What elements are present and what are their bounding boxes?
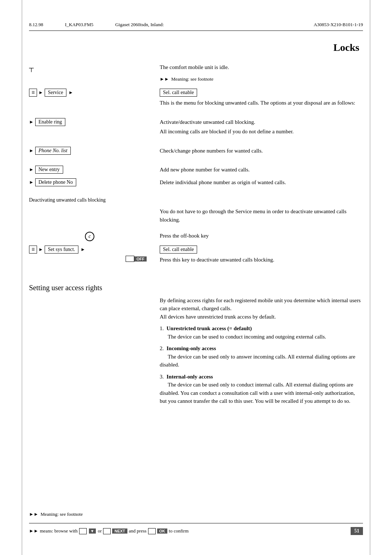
meaning-row1: ►► Meaning: see footnote [29,76,363,84]
new-entry-row: ► New entry Add new phone number for wan… [29,166,363,174]
list-item-2-title: Incoming-only access [167,345,216,351]
phone-no-list-desc: Check/change phone numbers for wanted ca… [160,148,263,154]
enable-ring-label: Enable ring [35,118,65,126]
header-code: A30853-X210-B101-1-19 [314,22,363,28]
key-box-ok-left [148,528,156,534]
off-button: OFF [134,256,147,262]
service-label: Service [45,89,66,97]
key-box-or [103,528,111,534]
c-circle-icon: c [85,232,94,241]
list-item-1: 1. Unrestricted trunk access (= default)… [160,324,363,341]
new-entry-desc: Add new phone number for wanted calls. [160,167,250,173]
arrow-right-icon1: ► [38,90,43,96]
list-item-3-desc: The device can be used only to conduct i… [160,382,355,404]
menu-icon: ☰ [29,89,37,97]
footer-press-text: and press [129,528,147,534]
key-box-browse [79,528,87,534]
press-off-hook-text: Press the off-hook key [160,232,209,240]
list-item-3-title: Internal-only access [167,374,213,380]
arrow-right-icon7: ► [38,247,43,252]
delete-phone-row: ► Delete phone No Delete individual phon… [29,178,363,187]
page-header: 8.12.98 I_KAP03.FM5 Gigaset 2060isdn, In… [29,22,363,31]
service-description: This is the menu for blocking unwanted c… [160,100,355,106]
deactivating-desc-row: You do not have to go through the Servic… [29,207,363,224]
arrow-right-icon4: ► [29,148,34,154]
page-number: 51 [351,527,363,535]
page-footer: ►► Meaning: see footnote ►► means: brows… [29,511,363,535]
arrow-right-icon2: ► [69,90,73,96]
footer-meaning-text: Meaning: see footnote [41,511,83,517]
sel-call-enable-label: Sel. call enable [160,89,197,97]
footer-or-text: or [98,528,102,534]
list-item-2: 2. Incoming-only access The device can b… [160,344,363,369]
ok-button: OK [157,528,168,534]
enable-ring-desc2: All incoming calls are blocked if you do… [160,127,363,136]
footer-confirm-text: to confirm [169,528,189,534]
list-item-2-num: 2. [160,345,167,351]
arrow-right-icon3: ► [29,119,34,125]
main-content: ┬ The comfort mobile unit is idle. ►► Me… [29,64,363,413]
access-rights-desc-row: By defining access rights for each regis… [29,296,363,409]
list-item-2-desc: The device can be used only to answer in… [160,354,355,368]
meaning-text1: Meaning: see footnote [171,76,213,82]
delete-phone-label: Delete phone No [35,178,76,186]
delete-phone-desc: Delete individual phone number as origin… [160,179,286,185]
press-off-hook-row: c Press the off-hook key [29,232,363,241]
next-button: NEXT [112,528,127,534]
down-arrow-key: ▼ [89,528,96,534]
arrow-right-icon8: ► [81,247,85,252]
phone-idle-icon: ┬ [29,64,34,72]
header-file: I_KAP03.FM5 [65,22,93,28]
access-rights-list: 1. Unrestricted trunk access (= default)… [160,324,363,405]
phone-no-list-label: Phone No. list [35,147,71,155]
service-desc-row: This is the menu for blocking unwanted c… [29,99,363,107]
deactivating-heading: Deactivating unwanted calls blocking [29,197,363,203]
footer-nav-text: means: browse with [40,528,78,534]
off-desc: Press this key to deactivate unwanted ca… [160,257,274,263]
idle-text: The comfort mobile unit is idle. [160,64,229,70]
page-title: Locks [29,42,363,53]
list-item-1-num: 1. [160,325,167,331]
set-sys-funct-label: Set sys funct. [45,246,78,254]
section-heading: Setting user access rights [29,284,363,292]
menu-icon2: ☰ [29,246,37,254]
double-arrow-icon1: ►► [160,76,169,82]
list-item-3-num: 3. [160,374,167,380]
enable-ring-row: ► Enable ring Activate/deactivate unwant… [29,118,363,136]
off-key-row: OFF Press this key to deactivate unwante… [29,256,363,264]
sel-call-enable2-label: Sel. call enable [160,246,197,254]
deactivating-desc: You do not have to go through the Servic… [160,208,347,223]
header-date: 8.12.98 [29,22,43,28]
enable-ring-desc: Activate/deactivate unwanted call blocki… [160,118,363,126]
arrow-right-icon6: ► [29,179,34,185]
set-sys-funct-row: ☰ ► Set sys funct. ► Sel. call enable [29,246,363,254]
footer-double-arrow-icon2: ►► [29,528,38,534]
new-entry-label: New entry [35,166,63,174]
arrow-right-icon5: ► [29,167,34,173]
header-product: Gigaset 2060isdn, Inland: [115,22,164,28]
footer-double-arrow-icon: ►► [29,511,38,517]
key-box-left [126,256,134,262]
access-rights-desc: By defining access rights for each regis… [160,296,363,321]
list-item-3: 3. Internal-only access The device can b… [160,373,363,405]
list-item-1-title: Unrestricted trunk access (= default) [167,325,252,331]
service-row: ☰ ► Service ► Sel. call enable [29,89,363,97]
phone-no-list-row: ► Phone No. list Check/change phone numb… [29,147,363,155]
list-item-1-desc: The device can be used to conduct incomi… [160,334,326,340]
idle-row: ┬ The comfort mobile unit is idle. [29,64,363,72]
